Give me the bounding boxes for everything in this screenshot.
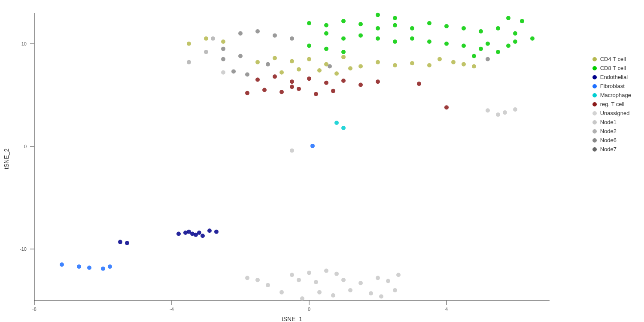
data-point — [496, 50, 500, 54]
data-point — [297, 87, 301, 91]
data-point — [503, 110, 507, 115]
legend-item: reg. T cell — [592, 101, 631, 107]
data-point — [324, 23, 328, 27]
legend-color-dot — [592, 66, 597, 70]
legend-item: Node6 — [592, 137, 631, 143]
data-point — [314, 92, 318, 96]
data-point — [451, 60, 456, 64]
data-point — [520, 19, 524, 23]
data-point — [417, 82, 421, 86]
data-point — [238, 54, 243, 58]
data-point — [358, 281, 363, 285]
data-point — [341, 126, 346, 130]
data-point — [472, 54, 476, 58]
legend-item: Fibroblast — [592, 83, 631, 89]
data-point — [334, 121, 339, 125]
legend-label: Fibroblast — [600, 83, 625, 89]
legend-label: Node7 — [600, 146, 617, 152]
data-point — [238, 31, 243, 36]
data-point — [245, 91, 249, 95]
data-point — [310, 144, 315, 148]
data-point — [187, 60, 191, 64]
data-point — [207, 228, 212, 233]
data-point — [393, 63, 397, 67]
legend: CD4 T cellCD8 T cellEndothelialFibroblas… — [592, 56, 631, 152]
legend-color-dot — [592, 111, 597, 115]
x-tick-label: 4 — [445, 307, 448, 312]
legend-item: Node2 — [592, 128, 631, 134]
data-point — [221, 47, 225, 51]
y-tick-label: -10 — [20, 246, 27, 252]
y-tick-label: 0 — [24, 144, 27, 149]
legend-item: Endothelial — [592, 74, 631, 80]
legend-item: Node7 — [592, 146, 631, 152]
data-point — [204, 36, 208, 41]
data-point — [266, 283, 270, 287]
data-point — [427, 21, 431, 25]
legend-color-dot — [592, 93, 597, 97]
data-point — [197, 231, 201, 235]
data-point — [348, 288, 352, 292]
data-point — [187, 42, 191, 46]
data-point — [118, 240, 122, 244]
data-point — [255, 29, 260, 33]
data-point — [358, 83, 363, 87]
data-point — [341, 278, 346, 282]
data-point — [77, 264, 81, 269]
data-point — [101, 267, 105, 271]
legend-label: Macrophage — [600, 92, 631, 98]
legend-color-dot — [592, 129, 597, 134]
data-point — [410, 61, 414, 65]
data-point — [393, 23, 397, 27]
data-point — [290, 149, 294, 153]
y-axis-label: tSNE_2 — [3, 149, 10, 169]
legend-label: Node6 — [600, 137, 617, 143]
data-point — [506, 16, 510, 20]
data-point — [204, 50, 208, 54]
data-point — [410, 26, 414, 30]
data-point — [262, 88, 267, 92]
data-point — [328, 64, 332, 68]
data-point — [410, 36, 414, 41]
data-point — [479, 29, 483, 33]
data-point — [334, 272, 339, 276]
data-point — [462, 62, 466, 67]
data-point — [273, 74, 277, 79]
data-point — [245, 73, 249, 77]
data-point — [273, 56, 277, 60]
data-point — [376, 276, 380, 280]
data-point — [379, 294, 383, 298]
data-point — [317, 290, 322, 295]
data-point — [214, 230, 219, 234]
data-point — [297, 278, 301, 282]
data-point — [307, 21, 311, 25]
data-point — [200, 234, 205, 238]
data-point — [376, 79, 380, 84]
data-point — [513, 31, 517, 36]
data-point — [358, 33, 363, 38]
legend-label: Endothelial — [600, 74, 628, 80]
data-point — [290, 85, 294, 89]
legend-color-dot — [592, 138, 597, 143]
legend-item: Unassigned — [592, 110, 631, 116]
data-point — [530, 36, 535, 41]
data-point — [176, 231, 181, 236]
data-point — [393, 16, 397, 20]
data-point — [221, 39, 225, 44]
data-point — [479, 47, 483, 51]
data-point — [369, 291, 373, 295]
legend-item: CD8 T cell — [592, 65, 631, 71]
data-point — [506, 44, 510, 48]
legend-color-dot — [592, 102, 597, 106]
x-tick-label: -4 — [170, 307, 174, 312]
data-point — [486, 108, 490, 112]
legend-label: Node1 — [600, 119, 617, 125]
data-point — [307, 57, 311, 61]
data-point — [341, 79, 346, 83]
legend-label: Unassigned — [600, 110, 630, 116]
y-tick-label: 10 — [21, 41, 27, 46]
legend-color-dot — [592, 84, 597, 88]
data-point — [331, 89, 335, 93]
data-point — [427, 39, 431, 44]
data-point — [437, 57, 442, 61]
